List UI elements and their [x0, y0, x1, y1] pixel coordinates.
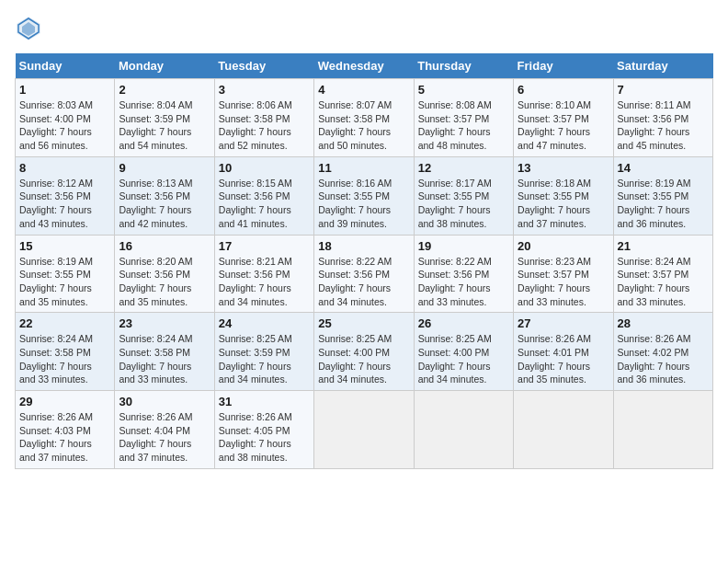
logo: [15, 15, 46, 42]
day-info: Sunrise: 8:26 AM Sunset: 4:04 PM Dayligh…: [119, 410, 210, 465]
calendar-cell: 29 Sunrise: 8:26 AM Sunset: 4:03 PM Dayl…: [16, 391, 115, 469]
calendar-cell: 22 Sunrise: 8:24 AM Sunset: 3:58 PM Dayl…: [16, 313, 115, 391]
header-tuesday: Tuesday: [214, 53, 313, 79]
day-number: 16: [119, 239, 210, 253]
day-number: 9: [119, 161, 210, 175]
day-number: 5: [418, 83, 509, 97]
day-info: Sunrise: 8:12 AM Sunset: 3:56 PM Dayligh…: [19, 177, 110, 231]
day-number: 22: [19, 316, 110, 330]
header-thursday: Thursday: [414, 53, 513, 79]
calendar-cell: [514, 391, 613, 469]
day-info: Sunrise: 8:16 AM Sunset: 3:55 PM Dayligh…: [318, 177, 409, 231]
day-info: Sunrise: 8:25 AM Sunset: 3:59 PM Dayligh…: [219, 332, 310, 386]
day-info: Sunrise: 8:13 AM Sunset: 3:56 PM Dayligh…: [119, 177, 210, 231]
day-number: 10: [219, 161, 310, 175]
calendar-cell: [414, 391, 513, 469]
day-number: 27: [518, 316, 609, 330]
day-info: Sunrise: 8:07 AM Sunset: 3:58 PM Dayligh…: [318, 98, 409, 153]
calendar-cell: 8 Sunrise: 8:12 AM Sunset: 3:56 PM Dayli…: [16, 156, 115, 235]
day-info: Sunrise: 8:18 AM Sunset: 3:55 PM Dayligh…: [518, 177, 609, 231]
calendar-cell: 20 Sunrise: 8:23 AM Sunset: 3:57 PM Dayl…: [514, 235, 613, 313]
calendar-header-row: SundayMondayTuesdayWednesdayThursdayFrid…: [16, 53, 713, 79]
day-info: Sunrise: 8:10 AM Sunset: 3:57 PM Dayligh…: [518, 98, 609, 153]
calendar-cell: 17 Sunrise: 8:21 AM Sunset: 3:56 PM Dayl…: [214, 235, 313, 313]
day-number: 8: [19, 161, 110, 175]
logo-icon: [15, 15, 42, 42]
day-number: 23: [119, 316, 210, 330]
day-number: 18: [318, 239, 409, 253]
day-info: Sunrise: 8:03 AM Sunset: 4:00 PM Dayligh…: [19, 98, 110, 153]
day-info: Sunrise: 8:04 AM Sunset: 3:59 PM Dayligh…: [119, 98, 210, 153]
calendar-week-row: 15 Sunrise: 8:19 AM Sunset: 3:55 PM Dayl…: [16, 235, 713, 313]
day-info: Sunrise: 8:20 AM Sunset: 3:56 PM Dayligh…: [119, 255, 210, 309]
calendar-cell: 5 Sunrise: 8:08 AM Sunset: 3:57 PM Dayli…: [414, 79, 513, 157]
day-number: 20: [518, 239, 609, 253]
calendar-cell: 19 Sunrise: 8:22 AM Sunset: 3:56 PM Dayl…: [414, 235, 513, 313]
day-info: Sunrise: 8:11 AM Sunset: 3:56 PM Dayligh…: [618, 98, 709, 153]
day-number: 3: [219, 83, 310, 97]
day-info: Sunrise: 8:19 AM Sunset: 3:55 PM Dayligh…: [19, 255, 110, 309]
day-info: Sunrise: 8:08 AM Sunset: 3:57 PM Dayligh…: [418, 98, 509, 153]
header-monday: Monday: [115, 53, 214, 79]
calendar-cell: 6 Sunrise: 8:10 AM Sunset: 3:57 PM Dayli…: [514, 79, 613, 157]
calendar-week-row: 8 Sunrise: 8:12 AM Sunset: 3:56 PM Dayli…: [16, 156, 713, 235]
header-friday: Friday: [514, 53, 613, 79]
day-number: 7: [618, 83, 709, 97]
day-info: Sunrise: 8:17 AM Sunset: 3:55 PM Dayligh…: [418, 177, 509, 231]
day-number: 11: [318, 161, 409, 175]
day-info: Sunrise: 8:25 AM Sunset: 4:00 PM Dayligh…: [318, 332, 409, 386]
day-number: 25: [318, 316, 409, 330]
day-number: 24: [219, 316, 310, 330]
calendar-week-row: 29 Sunrise: 8:26 AM Sunset: 4:03 PM Dayl…: [16, 391, 713, 469]
day-number: 12: [418, 161, 509, 175]
calendar-week-row: 22 Sunrise: 8:24 AM Sunset: 3:58 PM Dayl…: [16, 313, 713, 391]
calendar-cell: [613, 391, 712, 469]
day-number: 17: [219, 239, 310, 253]
calendar-cell: 7 Sunrise: 8:11 AM Sunset: 3:56 PM Dayli…: [613, 79, 712, 157]
calendar-cell: 13 Sunrise: 8:18 AM Sunset: 3:55 PM Dayl…: [514, 156, 613, 235]
day-info: Sunrise: 8:22 AM Sunset: 3:56 PM Dayligh…: [418, 255, 509, 309]
calendar-cell: [314, 391, 414, 469]
day-number: 28: [618, 316, 709, 330]
day-info: Sunrise: 8:26 AM Sunset: 4:03 PM Dayligh…: [19, 410, 110, 465]
day-number: 21: [618, 239, 709, 253]
calendar-cell: 4 Sunrise: 8:07 AM Sunset: 3:58 PM Dayli…: [314, 79, 414, 157]
calendar-cell: 14 Sunrise: 8:19 AM Sunset: 3:55 PM Dayl…: [613, 156, 712, 235]
day-info: Sunrise: 8:26 AM Sunset: 4:01 PM Dayligh…: [518, 332, 609, 386]
day-number: 30: [119, 395, 210, 408]
day-number: 1: [19, 83, 110, 97]
day-info: Sunrise: 8:24 AM Sunset: 3:58 PM Dayligh…: [119, 332, 210, 386]
calendar-cell: 26 Sunrise: 8:25 AM Sunset: 4:00 PM Dayl…: [414, 313, 513, 391]
calendar-cell: 9 Sunrise: 8:13 AM Sunset: 3:56 PM Dayli…: [115, 156, 214, 235]
header-saturday: Saturday: [613, 53, 712, 79]
day-number: 2: [119, 83, 210, 97]
day-number: 15: [19, 239, 110, 253]
day-number: 14: [618, 161, 709, 175]
calendar-week-row: 1 Sunrise: 8:03 AM Sunset: 4:00 PM Dayli…: [16, 79, 713, 157]
day-info: Sunrise: 8:26 AM Sunset: 4:02 PM Dayligh…: [618, 332, 709, 386]
calendar-cell: 28 Sunrise: 8:26 AM Sunset: 4:02 PM Dayl…: [613, 313, 712, 391]
calendar-cell: 24 Sunrise: 8:25 AM Sunset: 3:59 PM Dayl…: [214, 313, 313, 391]
day-info: Sunrise: 8:24 AM Sunset: 3:57 PM Dayligh…: [618, 255, 709, 309]
calendar-cell: 1 Sunrise: 8:03 AM Sunset: 4:00 PM Dayli…: [16, 79, 115, 157]
calendar-cell: 27 Sunrise: 8:26 AM Sunset: 4:01 PM Dayl…: [514, 313, 613, 391]
calendar-cell: 21 Sunrise: 8:24 AM Sunset: 3:57 PM Dayl…: [613, 235, 712, 313]
calendar-cell: 25 Sunrise: 8:25 AM Sunset: 4:00 PM Dayl…: [314, 313, 414, 391]
calendar-cell: 31 Sunrise: 8:26 AM Sunset: 4:05 PM Dayl…: [214, 391, 313, 469]
day-info: Sunrise: 8:23 AM Sunset: 3:57 PM Dayligh…: [518, 255, 609, 309]
day-info: Sunrise: 8:15 AM Sunset: 3:56 PM Dayligh…: [219, 177, 310, 231]
day-number: 26: [418, 316, 509, 330]
calendar-cell: 16 Sunrise: 8:20 AM Sunset: 3:56 PM Dayl…: [115, 235, 214, 313]
day-number: 19: [418, 239, 509, 253]
calendar-table: SundayMondayTuesdayWednesdayThursdayFrid…: [15, 53, 713, 469]
day-number: 31: [219, 395, 310, 408]
day-info: Sunrise: 8:06 AM Sunset: 3:58 PM Dayligh…: [219, 98, 310, 153]
day-info: Sunrise: 8:24 AM Sunset: 3:58 PM Dayligh…: [19, 332, 110, 386]
calendar-cell: 23 Sunrise: 8:24 AM Sunset: 3:58 PM Dayl…: [115, 313, 214, 391]
day-info: Sunrise: 8:19 AM Sunset: 3:55 PM Dayligh…: [618, 177, 709, 231]
day-number: 4: [318, 83, 409, 97]
calendar-cell: 3 Sunrise: 8:06 AM Sunset: 3:58 PM Dayli…: [214, 79, 313, 157]
calendar-cell: 2 Sunrise: 8:04 AM Sunset: 3:59 PM Dayli…: [115, 79, 214, 157]
day-number: 13: [518, 161, 609, 175]
day-number: 6: [518, 83, 609, 97]
